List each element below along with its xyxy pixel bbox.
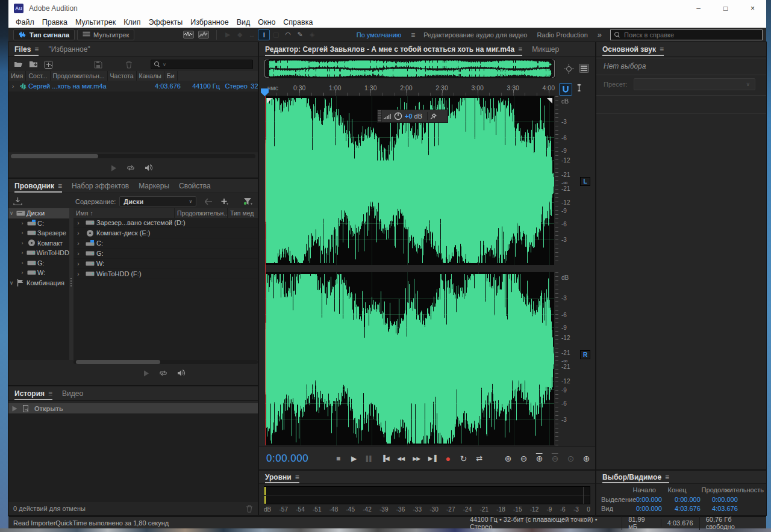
file-expander-icon[interactable]: › [8, 83, 18, 90]
import-file-icon[interactable] [29, 61, 39, 68]
selection-view-menu-icon[interactable]: ≡ [665, 473, 669, 481]
tree-expander-icon[interactable]: › [19, 240, 25, 246]
play-button[interactable]: ▶ [347, 452, 360, 465]
workspace-menu-icon[interactable]: ≡ [411, 31, 415, 39]
tree-expander-icon[interactable]: › [19, 260, 25, 266]
tree-item-drives[interactable]: ∨ Диски [8, 208, 69, 218]
zoom-in-time-button[interactable]: ⊕ [532, 452, 546, 465]
maximize-button[interactable]: □ [712, 0, 739, 17]
hud-volume-knob-icon[interactable] [393, 112, 404, 120]
slip-tool-icon[interactable]: ↔ [246, 29, 258, 40]
overview-waveform-canvas[interactable] [269, 60, 552, 78]
snap-magnet-button[interactable] [559, 83, 572, 96]
close-button[interactable]: × [739, 0, 766, 17]
waveform-right-canvas[interactable] [265, 272, 554, 445]
timeline-ruler[interactable]: чмс0:301:001:302:002:303:003:304:00 [264, 83, 555, 96]
level-meter[interactable] [264, 486, 590, 504]
waveform-channel-right[interactable] [265, 272, 554, 445]
explorer-play-icon[interactable] [143, 370, 149, 377]
tree-expander-icon[interactable]: › [19, 270, 25, 276]
zoom-out-time-button[interactable]: ⊖ [548, 452, 561, 465]
view-start-value[interactable]: 0:00.000 [636, 505, 675, 512]
workspace-overflow-chevrons[interactable]: » [598, 30, 602, 39]
volume-hud[interactable]: +0 dB [377, 110, 448, 123]
files-column-header[interactable]: Би [164, 71, 178, 81]
files-autoplay-speaker-icon[interactable] [145, 164, 154, 172]
tab-files[interactable]: Files≡ [14, 42, 39, 56]
razor-tool-icon[interactable]: ◆ [234, 29, 246, 40]
overview-navigator[interactable] [264, 59, 555, 78]
overview-left-handle[interactable] [264, 60, 269, 78]
workspace-default[interactable]: По умолчанию [357, 31, 401, 39]
tab-video[interactable]: Видео [62, 386, 83, 400]
lasso-selection-tool-icon[interactable]: ◠ [282, 29, 294, 40]
explorer-col-duration[interactable]: Продолжительн... [175, 208, 228, 218]
tree-expander-icon[interactable]: ∨ [8, 210, 14, 216]
rewind-button[interactable]: ◀◀ [394, 452, 407, 465]
corner-handle-icon[interactable] [547, 98, 552, 104]
waveform-view-icon[interactable] [181, 31, 196, 39]
explorer-hscrollbar[interactable] [73, 360, 258, 364]
explorer-col-type[interactable]: Тип мед [228, 208, 258, 218]
content-dropdown[interactable]: Диски ∨ [119, 196, 196, 206]
workspace-radio-production[interactable]: Radio Production [537, 31, 587, 39]
preset-dropdown[interactable]: ∨ [634, 78, 755, 90]
time-selection-tool-icon[interactable]: I [258, 29, 270, 40]
skip-selection-button[interactable]: ⇄ [472, 452, 485, 465]
history-panel-menu-icon[interactable]: ≡ [48, 389, 52, 398]
brush-selection-tool-icon[interactable]: ✎ [294, 29, 306, 40]
essential-sound-menu-icon[interactable]: ≡ [660, 45, 664, 54]
zoom-in-button[interactable]: ⊕ [501, 452, 514, 465]
right-channel-badge[interactable]: R [580, 350, 590, 359]
menu-item[interactable]: Окно [258, 18, 275, 26]
filter-icon[interactable] [243, 197, 253, 205]
files-search-dropdown-icon[interactable]: ∨ [163, 62, 166, 67]
view-end-value[interactable]: 4:03.676 [675, 505, 712, 512]
import-tray-icon[interactable] [13, 197, 22, 205]
files-column-header[interactable]: Частота [108, 71, 137, 81]
files-hscrollbar-thumb[interactable] [11, 154, 98, 158]
marquee-selection-tool-icon[interactable]: ▢ [270, 29, 282, 40]
menu-item[interactable]: Клип [123, 18, 140, 26]
file-row[interactable]: › Сергей ...хоть на миг.m4a 4:03.676 441… [8, 81, 258, 91]
stop-button[interactable]: ■ [331, 452, 345, 465]
back-arrow-icon[interactable] [205, 199, 212, 205]
menu-item[interactable]: Файл [16, 18, 34, 26]
tab-markers[interactable]: Маркеры [139, 179, 169, 193]
menu-item[interactable]: Справка [283, 18, 313, 26]
menu-item[interactable]: Эффекты [148, 18, 183, 26]
menu-item[interactable]: Вид [237, 18, 251, 26]
tab-effects-rack[interactable]: Набор эффектов [72, 179, 129, 193]
skip-to-start-button[interactable]: ▐◀ [378, 452, 392, 465]
tab-properties[interactable]: Свойства [179, 179, 211, 193]
skip-to-end-button[interactable]: ▶▐ [425, 452, 439, 465]
history-trash-icon[interactable] [246, 505, 253, 513]
minimize-button[interactable]: – [685, 0, 712, 17]
tree-item-reserved[interactable]: › Зарезере [8, 228, 69, 238]
new-content-icon[interactable] [45, 61, 55, 69]
explorer-col-name[interactable]: Имя ↑ [73, 208, 175, 218]
drive-row-e[interactable]: › Компакт-диск (E:) [73, 228, 258, 238]
files-column-header[interactable]: Каналы [137, 71, 164, 81]
view-duration-value[interactable]: 4:03.676 [712, 505, 738, 512]
tree-expander-icon[interactable]: ∨ [8, 280, 14, 286]
tree-splitter[interactable] [69, 208, 73, 360]
explorer-autoplay-speaker-icon[interactable] [177, 370, 186, 377]
tree-item-g-drive[interactable]: › G: [8, 258, 69, 268]
row-expander-icon[interactable]: › [73, 220, 83, 226]
files-hscrollbar[interactable] [11, 154, 255, 158]
waveform-editor-button[interactable]: Тип сигнала [13, 29, 75, 40]
tree-item-combination[interactable]: ∨ Комбинация [8, 278, 69, 288]
zoom-to-selection-button[interactable]: ⊕ [579, 452, 593, 465]
files-search-box[interactable]: ∨ [151, 60, 253, 69]
explorer-hscrollbar-thumb[interactable] [76, 360, 160, 364]
tree-expander-icon[interactable]: › [19, 250, 25, 256]
multitrack-button[interactable]: Мультитрек [77, 29, 134, 40]
levels-panel-menu-icon[interactable]: ≡ [295, 473, 299, 481]
menu-item[interactable]: Мультитрек [75, 18, 116, 26]
files-column-header[interactable]: Имя [8, 71, 26, 81]
selection-duration-value[interactable]: 0:00.000 [712, 496, 738, 503]
pause-button[interactable]: ▌▌ [363, 452, 376, 465]
tab-essential-sound[interactable]: Основной звук≡ [602, 42, 664, 56]
files-loop-icon[interactable] [126, 164, 135, 172]
